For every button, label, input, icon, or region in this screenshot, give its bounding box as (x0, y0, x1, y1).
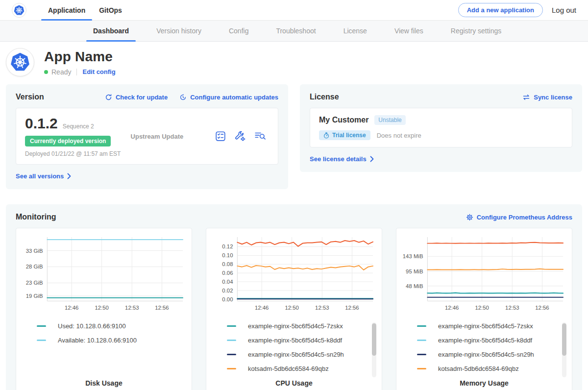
svg-text:12:56: 12:56 (535, 305, 549, 311)
app-header: App Name Ready Edit config (0, 42, 588, 84)
current-version-panel: 0.1.2 Sequence 2 Currently deployed vers… (16, 108, 278, 165)
legend-label: example-nginx-5bc6f5d4c5-7zskx (438, 322, 533, 330)
legend-scrollbar[interactable] (372, 322, 376, 377)
legend-swatch-icon (37, 325, 46, 327)
stopwatch-icon (323, 132, 329, 139)
chart-legend-cpu-usage: example-nginx-5bc6f5d4c5-7zskxexample-ng… (210, 322, 378, 379)
series-line-legend-scrolled-out-of-view (427, 243, 563, 244)
legend-swatch-icon (227, 368, 236, 369)
page-title: App Name (44, 49, 116, 65)
legend-swatch-icon (37, 340, 46, 341)
legend-scrollbar-thumb[interactable] (372, 323, 376, 356)
legend-label: Available: 10.128.0.66:9100 (58, 337, 137, 344)
top-nav-tab-application[interactable]: Application (41, 0, 92, 20)
deployed-version-badge: Currently deployed version (25, 136, 111, 146)
legend-label: example-nginx-5bc6f5d4c5-k8ddf (438, 337, 532, 344)
chart-card-disk-usage: 33 GiB28 GiB23 GiB19 GiB12:4612:5012:531… (16, 228, 192, 390)
legend-item: Used: 10.128.0.66:9100 (37, 322, 188, 330)
check-for-update-label: Check for update (116, 94, 168, 101)
configure-automatic-updates-link[interactable]: Configure automatic updates (179, 94, 278, 101)
legend-swatch-icon (417, 325, 426, 327)
chart-plot-memory-usage: 143 MiB95 MiB48 MiB12:4612:5012:5312:56 (400, 232, 568, 316)
charts-row: 33 GiB28 GiB23 GiB19 GiB12:4612:5012:531… (16, 228, 572, 390)
see-license-details-label: See license details (310, 155, 367, 163)
sub-nav-tab-version-history[interactable]: Version history (149, 21, 208, 41)
sub-nav-tab-registry-settings[interactable]: Registry settings (444, 21, 508, 41)
svg-text:28 GiB: 28 GiB (26, 264, 43, 269)
edit-config-link[interactable]: Edit config (82, 68, 115, 75)
sub-nav-tab-view-files[interactable]: View files (388, 21, 430, 41)
legend-item: example-nginx-5bc6f5d4c5-7zskx (417, 322, 568, 330)
configure-prometheus-link[interactable]: Configure Prometheus Address (466, 214, 572, 221)
legend-label: example-nginx-5bc6f5d4c5-k8ddf (248, 337, 342, 344)
svg-text:0.06: 0.06 (222, 270, 233, 276)
top-nav-tabs: ApplicationGitOps (41, 0, 129, 20)
top-nav-tab-gitops[interactable]: GitOps (92, 0, 129, 20)
series-line-kotsadm-5db6dc6584-69qbz (237, 266, 373, 270)
legend-swatch-icon (227, 340, 236, 341)
sync-icon (522, 94, 530, 100)
legend-item: Available: 10.128.0.66:9100 (37, 337, 188, 344)
see-license-details-link[interactable]: See license details (310, 155, 374, 163)
series-line-kotsadm-5db6dc6584-69qbz (427, 269, 563, 270)
app-sub-nav: DashboardVersion historyConfigTroublesho… (0, 21, 588, 42)
chart-card-cpu-usage: 0.120.100.080.060.040.020.0012:4612:5012… (206, 228, 382, 390)
trial-license-badge: Trial license (319, 130, 370, 140)
legend-swatch-icon (227, 325, 236, 327)
legend-scrollbar-thumb[interactable] (562, 323, 566, 356)
sync-license-label: Sync license (534, 94, 572, 101)
legend-item: example-nginx-5bc6f5d4c5-7zskx (227, 322, 378, 330)
legend-item: example-nginx-5bc6f5d4c5-sn29h (227, 351, 378, 358)
see-all-versions-link[interactable]: See all versions (16, 172, 71, 180)
legend-item: example-nginx-5bc6f5d4c5-k8ddf (227, 337, 378, 344)
view-diff-icon[interactable] (254, 131, 266, 142)
legend-item: example-nginx-5bc6f5d4c5-sn29h (417, 351, 568, 358)
top-nav: ApplicationGitOps Add a new application … (0, 0, 588, 21)
svg-text:12:53: 12:53 (505, 305, 519, 311)
legend-item: kotsadm-5db6dc6584-69qbz (417, 365, 568, 372)
trial-license-label: Trial license (332, 132, 366, 139)
configure-automatic-updates-label: Configure automatic updates (190, 94, 278, 101)
svg-text:95 MiB: 95 MiB (406, 268, 423, 274)
license-card-title: License (310, 93, 339, 101)
svg-text:12:53: 12:53 (125, 305, 139, 311)
svg-text:12:46: 12:46 (445, 305, 459, 311)
check-for-update-link[interactable]: Check for update (105, 94, 168, 101)
svg-text:12:46: 12:46 (255, 305, 269, 311)
legend-item: kotsadm-5db6dc6584-69qbz (227, 365, 378, 372)
add-new-application-button[interactable]: Add a new application (458, 3, 543, 17)
svg-text:23 GiB: 23 GiB (26, 280, 43, 286)
divider (76, 69, 77, 75)
customer-name: My Customer (319, 116, 368, 124)
svg-text:33 GiB: 33 GiB (26, 248, 43, 254)
svg-text:0.02: 0.02 (222, 288, 233, 293)
sub-nav-tab-troubleshoot[interactable]: Troubleshoot (269, 21, 322, 41)
chart-plot-cpu-usage: 0.120.100.080.060.040.020.0012:4612:5012… (210, 232, 378, 316)
svg-text:12:53: 12:53 (315, 305, 329, 311)
svg-text:0.12: 0.12 (222, 244, 233, 249)
legend-label: Used: 10.128.0.66:9100 (58, 322, 126, 330)
legend-label: example-nginx-5bc6f5d4c5-sn29h (438, 351, 534, 358)
chart-title-disk-usage: Disk Usage (20, 379, 188, 387)
gear-icon (466, 214, 473, 221)
legend-swatch-icon (417, 340, 426, 341)
legend-label: kotsadm-5db6dc6584-69qbz (438, 365, 519, 372)
app-status: Ready (51, 68, 71, 76)
sub-nav-tab-license[interactable]: License (337, 21, 374, 41)
edit-config-wrench-icon[interactable] (235, 131, 245, 142)
legend-scrollbar[interactable] (562, 322, 566, 377)
svg-text:0.08: 0.08 (222, 261, 233, 267)
sub-nav-tab-dashboard[interactable]: Dashboard (86, 21, 136, 41)
preflight-checks-icon[interactable] (215, 131, 226, 142)
sync-license-link[interactable]: Sync license (522, 94, 572, 101)
sub-nav-tab-config[interactable]: Config (222, 21, 255, 41)
chart-legend-memory-usage: example-nginx-5bc6f5d4c5-7zskxexample-ng… (400, 322, 568, 379)
logout-button[interactable]: Log out (552, 6, 576, 14)
refresh-icon (105, 94, 112, 101)
version-card-title: Version (16, 93, 44, 101)
legend-swatch-icon (227, 354, 236, 355)
svg-text:12:56: 12:56 (155, 305, 169, 311)
legend-item: example-nginx-5bc6f5d4c5-k8ddf (417, 337, 568, 344)
chart-card-memory-usage: 143 MiB95 MiB48 MiB12:4612:5012:5312:56e… (396, 228, 572, 390)
kubernetes-logo-icon (12, 3, 26, 18)
